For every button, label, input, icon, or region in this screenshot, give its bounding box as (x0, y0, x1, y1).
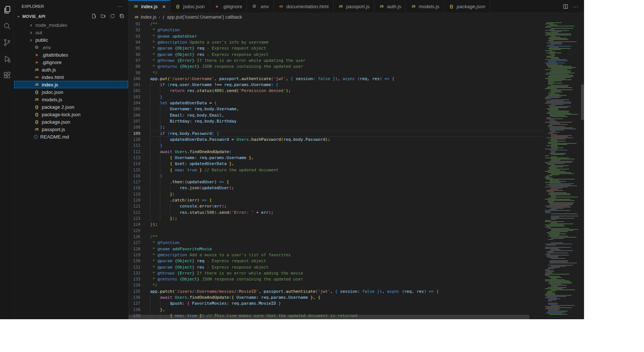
code-line-119: 119 }) (129, 191, 543, 197)
code-text[interactable]: Birthday: req.body.Birthday (150, 118, 543, 124)
code-text[interactable]: res.json(updatedUser); (150, 185, 543, 191)
tab-.gitignore[interactable]: ◆.gitignore (210, 0, 247, 13)
code-text[interactable]: .catch((err) => { (150, 197, 543, 203)
tab-documentation.html[interactable]: <>documentation.html (274, 0, 333, 13)
refresh-button[interactable] (110, 13, 115, 19)
code-text[interactable]: * @param {Object} res - Express response… (150, 264, 543, 270)
code-text[interactable]: app.patch('/users/:Username/movies/:Movi… (150, 289, 543, 295)
file-tree-item-.gitignore[interactable]: ◆.gitignore (14, 58, 128, 66)
new-file-button[interactable] (91, 13, 96, 19)
tab-package.json[interactable]: {}package.json (444, 0, 490, 13)
activity-search[interactable] (0, 18, 14, 34)
new-folder-button[interactable] (101, 13, 106, 19)
code-text[interactable]: return res.status(400).send('Permission … (150, 88, 543, 94)
tab-.env[interactable]: ⚙.env (247, 0, 274, 13)
code-text[interactable]: res.status(500).send('Error: ' + err); (150, 210, 543, 216)
code-text[interactable]: * @returns {Object} JSON response contai… (150, 276, 543, 282)
more-actions-icon[interactable]: ··· (573, 4, 579, 9)
code-text[interactable]: */ (150, 70, 543, 76)
code-text[interactable]: }) (150, 191, 543, 197)
code-text[interactable]: * @function (150, 27, 543, 33)
code-text[interactable] (150, 228, 543, 234)
split-editor-icon[interactable] (563, 4, 568, 9)
code-text[interactable]: * @param {Object} req - Express request … (150, 258, 543, 264)
activity-explorer[interactable] (0, 1, 14, 18)
code-text[interactable]: if (req.body.Password) { (150, 131, 543, 137)
code-text[interactable]: { Username: req.params.Username }, (150, 155, 543, 161)
tab-models.js[interactable]: JSmodels.js (406, 0, 444, 13)
vertical-scrollbar[interactable] (581, 85, 584, 120)
code-text[interactable]: * @description Update a user's info by u… (150, 39, 543, 45)
breadcrumb-symbol[interactable]: app.put('/users/:Username') callback (167, 15, 242, 20)
tab-auth.js[interactable]: JSauth.js (374, 0, 406, 13)
explorer-section-header[interactable]: › MOVIE_API (14, 12, 128, 20)
editor-actions: ··· (558, 0, 584, 13)
code-text[interactable]: }; (150, 124, 543, 130)
code-text[interactable]: }); (150, 216, 543, 222)
file-tree-item-models.js[interactable]: JSmodels.js (14, 96, 128, 103)
code-text[interactable]: }, (150, 307, 543, 313)
code-text[interactable]: } (150, 94, 543, 100)
code-text[interactable]: } (150, 143, 543, 149)
file-tree-item-node_modules[interactable]: ›node_modules (14, 21, 128, 29)
file-tree-item-package.json[interactable]: {}package.json (14, 118, 128, 126)
horizontal-scrollbar[interactable] (129, 315, 529, 319)
file-tree-item-out[interactable]: ›out (14, 29, 128, 36)
collapse-all-button[interactable] (119, 13, 124, 19)
code-text[interactable]: * @description Add a movie to a user's l… (150, 252, 543, 258)
code-text[interactable]: await Users.findOneAndUpdate( (150, 149, 543, 155)
code-text[interactable]: * @throws {Error} If there is an error w… (150, 58, 543, 64)
file-tree-item-.gitattributes[interactable]: ◆.gitattributes (14, 51, 128, 58)
file-tree-item-README.md[interactable]: iREADME.md (14, 133, 128, 140)
file-tree-item-public[interactable]: ›public (14, 36, 128, 44)
file-tree-item-index.html[interactable]: <>index.html (14, 73, 128, 81)
breadcrumb-file[interactable]: index.js (140, 15, 156, 20)
code-text[interactable]: /** (150, 21, 543, 27)
file-tree-item-jsdoc.json[interactable]: {}jsdoc.json (14, 88, 128, 96)
vertical-scrollbar-track[interactable] (581, 21, 584, 319)
activity-extensions[interactable] (0, 67, 14, 83)
code-text[interactable]: { $set: updatedUserData }, (150, 161, 543, 167)
file-tree-item-package-lock.json[interactable]: {}package-lock.json (14, 111, 128, 118)
code-text[interactable]: console.error(err); (150, 203, 543, 209)
code-text[interactable]: * @param {Object} req - Express request … (150, 45, 543, 51)
minimap[interactable] (543, 21, 581, 319)
code-line-94: 94 * @description Update a user's info b… (129, 39, 543, 45)
git-file-icon: ◆ (214, 4, 220, 8)
code-text[interactable]: Email: req.body.Email, (150, 112, 543, 118)
code-text[interactable]: await Users.findOneAndUpdate({ Username:… (150, 295, 543, 301)
code-text[interactable]: ) (150, 173, 543, 179)
code-text[interactable]: */ (150, 282, 543, 288)
tab-index.js[interactable]: JSindex.js× (129, 0, 171, 13)
code-text[interactable]: * @throws {Error} If there is an error w… (150, 270, 543, 276)
code-editor[interactable]: 91/**92 * @function93 * @name updateUser… (129, 21, 584, 319)
activity-run-and-debug[interactable] (0, 51, 14, 67)
activity-source-control[interactable] (0, 34, 14, 51)
code-text[interactable]: /** (150, 234, 543, 240)
code-line-124: 124}); (129, 222, 543, 228)
file-tree-item-passport.js[interactable]: JSpassport.js (14, 126, 128, 133)
code-text[interactable]: $push: { FavoriteMovies: req.params.Movi… (150, 301, 543, 307)
tab-passport.js[interactable]: JSpassport.js (333, 0, 374, 13)
views-and-more-actions-button[interactable]: ··· (117, 3, 123, 9)
close-icon[interactable]: × (162, 4, 166, 9)
code-text[interactable]: * @function (150, 240, 543, 246)
file-tree-item-auth.js[interactable]: JSauth.js (14, 66, 128, 73)
code-text[interactable]: app.put('/users/:Username', passport.aut… (150, 76, 543, 82)
code-text[interactable]: if (req.user.Username !== req.params.Use… (150, 82, 543, 88)
code-text[interactable]: * @param {Object} res - Express response… (150, 52, 543, 58)
code-text[interactable]: * @name updateUser (150, 34, 543, 39)
code-text[interactable]: { new: true } // Return the updated docu… (150, 167, 543, 173)
code-text[interactable]: let updatedUserData = { (150, 100, 543, 106)
tab-jsdoc.json[interactable]: {}jsdoc.json (171, 0, 210, 13)
file-tree-item-index.js[interactable]: JSindex.js (14, 81, 128, 88)
file-tree-item-.env[interactable]: ⚙.env (14, 44, 128, 51)
line-number: 114 (129, 161, 140, 167)
code-text[interactable]: updatedUserData.Password = Users.hashPas… (150, 137, 543, 143)
code-text[interactable]: }); (150, 222, 543, 228)
code-text[interactable]: * @returns {Object} JSON response contai… (150, 64, 543, 70)
code-text[interactable]: * @name addFavoriteMovie (150, 246, 543, 252)
code-text[interactable]: .then((updatedUser) => { (150, 179, 543, 185)
code-text[interactable]: Username: req.body.Username, (150, 106, 543, 112)
file-tree-item-package 2.json[interactable]: {}package 2.json (14, 103, 128, 111)
